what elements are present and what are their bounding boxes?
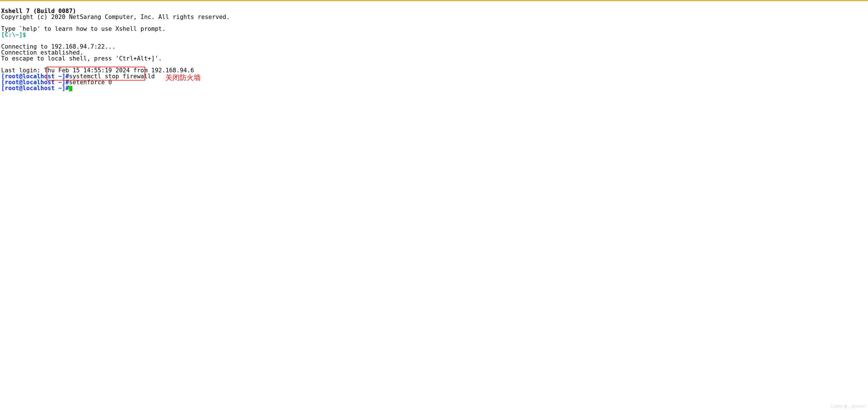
command-text: setenforce 0 [69, 79, 112, 86]
annotation-label: 关闭防火墙 [165, 74, 201, 81]
escape-line: To escape to local shell, press 'Ctrl+Al… [1, 55, 162, 62]
local-prompt: [C:\~]$ [1, 31, 30, 38]
watermark: CSDN @…emmm? [831, 404, 866, 409]
terminal-output[interactable]: Xshell 7 (Build 0087) Copyright (c) 2020… [0, 1, 868, 93]
shell-prompt: [root@localhost ~]# [1, 85, 69, 92]
terminal-cursor [69, 86, 72, 91]
copyright-line: Copyright (c) 2020 NetSarang Computer, I… [1, 13, 230, 20]
